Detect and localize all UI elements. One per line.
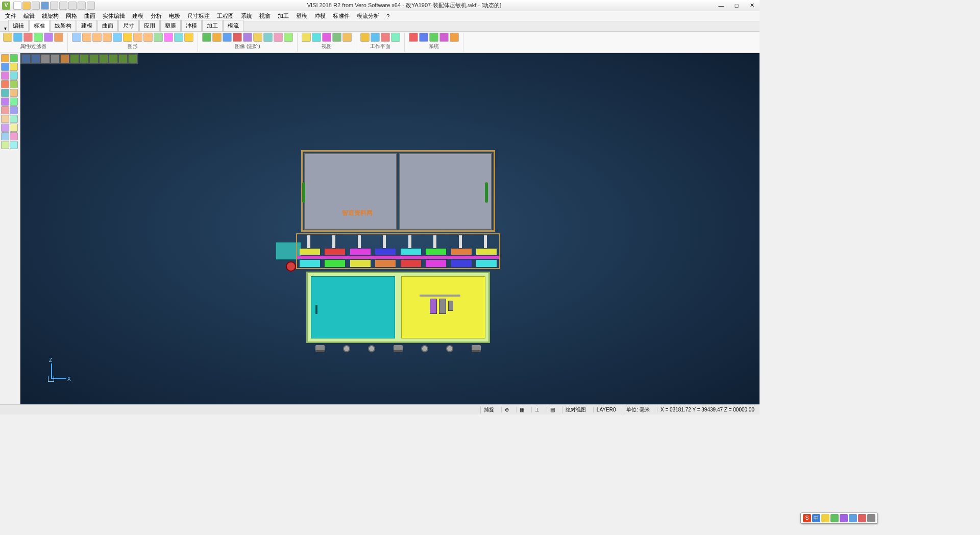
status-layer-icon[interactable]: ▤ [547, 407, 558, 412]
view-icon[interactable] [342, 33, 352, 42]
minimize-button[interactable]: — [714, 1, 729, 11]
config-icon[interactable] [439, 33, 449, 42]
tab-edit[interactable]: 编辑 [8, 20, 29, 31]
top-view-icon[interactable] [80, 54, 89, 63]
status-layer[interactable]: LAYER0 [593, 407, 619, 412]
shaded-edge-view-icon[interactable] [51, 54, 60, 63]
image-icon[interactable] [233, 33, 242, 42]
image-icon[interactable] [274, 33, 283, 42]
menu-machining[interactable]: 加工 [275, 11, 292, 21]
shaded-view-icon[interactable] [41, 54, 50, 63]
wireframe-view-icon[interactable] [21, 54, 31, 63]
import-button[interactable] [78, 2, 86, 10]
zoom-icon[interactable] [302, 33, 311, 42]
image-adv-icon[interactable] [212, 33, 222, 42]
export-button[interactable] [87, 2, 95, 10]
close-button[interactable]: ✕ [744, 1, 760, 11]
undo-button[interactable] [50, 2, 58, 10]
help-icon[interactable] [450, 33, 459, 42]
right-view-icon[interactable] [89, 54, 99, 63]
wp-xz-icon[interactable] [391, 33, 400, 42]
ribbon-tool-icon[interactable] [123, 33, 132, 42]
tab-apply[interactable]: 应用 [139, 20, 160, 31]
delete-tool-icon[interactable] [10, 124, 18, 132]
chamfer-tool-icon[interactable] [1, 98, 9, 106]
rotate-tool-icon[interactable] [10, 115, 18, 123]
ribbon-tool-icon[interactable] [133, 33, 142, 42]
redo-button[interactable] [59, 2, 67, 10]
wp-yz-icon[interactable] [381, 33, 390, 42]
image-icon[interactable] [202, 33, 211, 42]
lineweight-icon[interactable] [54, 33, 63, 42]
view-cube-icon[interactable] [72, 33, 81, 42]
trim-tool-icon[interactable] [10, 80, 18, 88]
tab-machining[interactable]: 加工 [202, 20, 223, 31]
wp-xy-icon[interactable] [371, 33, 380, 42]
image-icon[interactable] [253, 33, 262, 42]
tab-dimension[interactable]: 尺寸 [118, 20, 139, 31]
system-icon[interactable] [409, 33, 418, 42]
select-tool-icon[interactable] [1, 54, 9, 62]
tab-standard[interactable]: 标准 [29, 20, 50, 32]
property-icon[interactable] [3, 33, 12, 42]
options-icon[interactable] [429, 33, 438, 42]
workplane-icon[interactable] [360, 33, 370, 42]
open-file-button[interactable] [22, 2, 31, 10]
linetype-icon[interactable] [44, 33, 53, 42]
tab-surface[interactable]: 曲面 [97, 20, 118, 31]
block-tool-icon[interactable] [10, 141, 18, 149]
move-tool-icon[interactable] [10, 106, 18, 114]
color-icon[interactable] [34, 33, 43, 42]
print-button[interactable] [68, 2, 77, 10]
ribbon-tool-icon[interactable] [184, 33, 193, 42]
bottom-view-icon[interactable] [109, 54, 118, 63]
front-view-icon[interactable] [70, 54, 79, 63]
copy-tool-icon[interactable] [1, 115, 9, 123]
menu-window[interactable]: 视窗 [256, 11, 274, 21]
tab-flow[interactable]: 模流 [223, 20, 243, 31]
fit-icon[interactable] [332, 33, 341, 42]
status-snap-icon[interactable]: ⊕ [501, 407, 512, 412]
mirror-tool-icon[interactable] [1, 106, 9, 114]
tab-progressive[interactable]: 冲模 [181, 20, 202, 31]
left-view-icon[interactable] [118, 54, 128, 63]
spline-tool-icon[interactable] [10, 71, 18, 80]
menu-mould[interactable]: 塑模 [293, 11, 310, 21]
filter-icon[interactable] [13, 33, 22, 42]
pan-icon[interactable] [312, 33, 321, 42]
tab-expand-icon[interactable]: ▾ [2, 26, 8, 31]
line-tool-icon[interactable] [10, 54, 18, 62]
status-ortho-icon[interactable]: ⊥ [531, 407, 543, 412]
status-snap[interactable]: 捕捉 [480, 406, 497, 414]
layer-icon[interactable] [23, 33, 33, 42]
menu-flow[interactable]: 模流分析 [354, 11, 382, 21]
rotate-icon[interactable] [322, 33, 331, 42]
extend-tool-icon[interactable] [1, 89, 9, 97]
tab-wireframe[interactable]: 线架构 [50, 20, 76, 31]
arc-tool-icon[interactable] [1, 63, 9, 71]
rect-tool-icon[interactable] [1, 71, 9, 80]
new-file-button[interactable] [13, 2, 21, 10]
status-grid-icon[interactable]: ▦ [516, 407, 527, 412]
settings-icon[interactable] [419, 33, 428, 42]
fillet-tool-icon[interactable] [10, 89, 18, 97]
viewport[interactable]: 智造资料网 [20, 53, 760, 404]
scale-tool-icon[interactable] [1, 124, 9, 132]
hidden-view-icon[interactable] [31, 54, 40, 63]
view-sphere-icon[interactable] [82, 33, 91, 42]
ribbon-tool-icon[interactable] [154, 33, 163, 42]
tab-mould[interactable]: 塑膜 [160, 20, 181, 31]
hatch-tool-icon[interactable] [1, 141, 9, 149]
circle-tool-icon[interactable] [10, 63, 18, 71]
image-icon[interactable] [243, 33, 252, 42]
back-view-icon[interactable] [99, 54, 108, 63]
text-tool-icon[interactable] [10, 132, 18, 140]
tab-modeling[interactable]: 建模 [77, 20, 97, 31]
maximize-button[interactable]: □ [729, 1, 744, 11]
view-cyl-icon[interactable] [92, 33, 102, 42]
point-tool-icon[interactable] [1, 80, 9, 88]
view-box-icon[interactable] [113, 33, 122, 42]
dim-tool-icon[interactable] [1, 132, 9, 140]
image-icon[interactable] [284, 33, 293, 42]
ribbon-tool-icon[interactable] [164, 33, 173, 42]
